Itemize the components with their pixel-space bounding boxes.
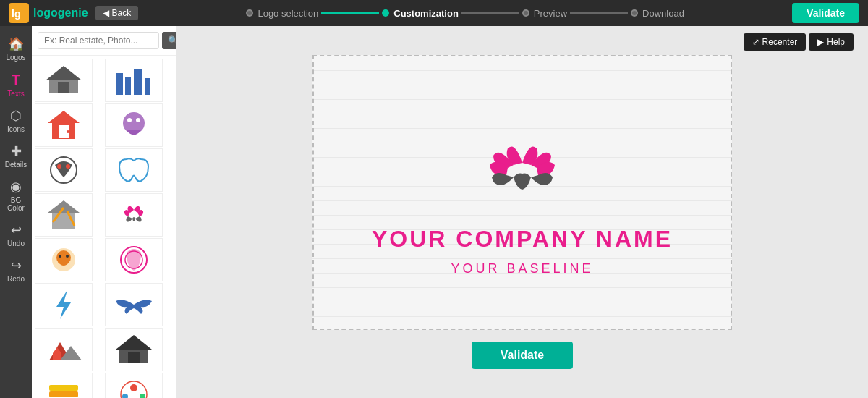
sidebar-item-texts[interactable]: T Texts bbox=[0, 67, 32, 102]
validate-button-top[interactable]: Validate bbox=[792, 3, 859, 23]
logo-thumb-lightning[interactable] bbox=[35, 283, 93, 326]
step-dot bbox=[631, 9, 638, 17]
brand-logo: lg logogenie bbox=[9, 3, 88, 23]
logo-thumb-tooth[interactable] bbox=[105, 148, 163, 192]
step-line-1 bbox=[321, 12, 379, 14]
logo-thumb-circle-design[interactable] bbox=[105, 238, 163, 281]
svg-point-43 bbox=[140, 394, 145, 398]
svg-point-42 bbox=[122, 394, 128, 398]
logo-thumb-purple-face[interactable] bbox=[105, 103, 163, 147]
canvas-content: YOUR COMPANY NAME YOUR BASELINE bbox=[372, 109, 673, 276]
logo-thumb-dragon[interactable] bbox=[35, 148, 93, 192]
svg-rect-4 bbox=[58, 82, 69, 93]
canvas-toolbar: ⤢ Recenter ▶ Help bbox=[744, 33, 854, 51]
recenter-button[interactable]: ⤢ Recenter bbox=[744, 33, 807, 51]
step-customization: Customization bbox=[382, 8, 459, 19]
undo-icon: ↩ bbox=[11, 222, 22, 238]
svg-marker-9 bbox=[48, 111, 80, 123]
svg-point-25 bbox=[59, 255, 61, 258]
logo-thumb-people-circle[interactable] bbox=[105, 373, 163, 398]
svg-marker-2 bbox=[46, 66, 82, 80]
step-download: Download bbox=[631, 8, 684, 19]
svg-point-26 bbox=[66, 255, 69, 258]
svg-marker-34 bbox=[116, 335, 152, 350]
step-preview: Preview bbox=[522, 8, 567, 19]
topbar: lg logogenie ◀ Back Logo selection Custo… bbox=[0, 0, 868, 26]
step-line-2 bbox=[461, 12, 519, 14]
recenter-icon: ⤢ bbox=[752, 37, 760, 47]
svg-rect-38 bbox=[49, 391, 78, 397]
step-line-3 bbox=[570, 12, 628, 14]
logo-thumb-lion[interactable] bbox=[35, 238, 93, 281]
search-bar: 🔍 bbox=[32, 26, 176, 56]
svg-rect-8 bbox=[145, 78, 150, 95]
baseline-text[interactable]: YOUR BASELINE bbox=[451, 261, 593, 276]
svg-rect-39 bbox=[49, 385, 78, 391]
help-button[interactable]: ▶ Help bbox=[809, 33, 854, 51]
svg-rect-6 bbox=[125, 77, 131, 95]
logo-thumb-dark-roof[interactable] bbox=[105, 328, 163, 371]
logo-thumb-tools-house[interactable] bbox=[35, 193, 93, 237]
sidebar-item-redo[interactable]: ↪ Redo bbox=[0, 253, 32, 287]
svg-rect-5 bbox=[116, 73, 123, 95]
logo-thumb-house-roof[interactable] bbox=[35, 59, 93, 102]
svg-marker-19 bbox=[48, 200, 80, 213]
canvas-workspace[interactable]: YOUR COMPANY NAME YOUR BASELINE bbox=[312, 55, 732, 330]
brand-icon: lg bbox=[9, 3, 29, 23]
step-logo-selection: Logo selection bbox=[246, 8, 318, 19]
svg-rect-36 bbox=[128, 352, 140, 363]
logo-thumb-red-house[interactable] bbox=[35, 103, 93, 147]
validate-button-bottom[interactable]: Validate bbox=[472, 342, 573, 369]
logo-grid bbox=[32, 56, 176, 398]
logo-thumb-lotus-hands-small[interactable] bbox=[105, 193, 163, 237]
logo-thumb-mountains-house[interactable] bbox=[35, 328, 93, 371]
svg-point-18 bbox=[66, 164, 70, 169]
step-dot bbox=[246, 9, 253, 17]
logo-thumb-city-buildings[interactable] bbox=[105, 59, 163, 102]
svg-marker-29 bbox=[56, 290, 71, 319]
back-arrow-icon: ◀ bbox=[103, 8, 109, 18]
sidebar-item-undo[interactable]: ↩ Undo bbox=[0, 218, 32, 252]
svg-point-41 bbox=[130, 384, 137, 391]
step-dot bbox=[382, 9, 389, 17]
main-layout: 🏠 Logos T Texts ⬡ Icons ✚ Details ◉ BG C… bbox=[0, 26, 868, 398]
logo-thumb-wings[interactable] bbox=[105, 283, 163, 326]
logo-list-panel: 🔍 bbox=[32, 26, 176, 398]
brand-name: logogenie bbox=[33, 7, 88, 20]
sidebar-icons: 🏠 Logos T Texts ⬡ Icons ✚ Details ◉ BG C… bbox=[0, 26, 32, 398]
logos-icon: 🏠 bbox=[8, 36, 24, 52]
svg-point-14 bbox=[127, 118, 132, 122]
svg-rect-7 bbox=[134, 69, 142, 95]
redo-icon: ↪ bbox=[11, 258, 22, 274]
sidebar-item-logos[interactable]: 🏠 Logos bbox=[0, 32, 32, 66]
sidebar-item-icons[interactable]: ⬡ Icons bbox=[0, 103, 32, 137]
svg-point-15 bbox=[136, 118, 140, 122]
svg-point-12 bbox=[67, 130, 69, 133]
texts-icon: T bbox=[12, 72, 20, 88]
logo-svg bbox=[457, 109, 587, 217]
search-input[interactable] bbox=[38, 32, 159, 49]
canvas-area: ⤢ Recenter ▶ Help bbox=[176, 26, 868, 398]
logo-thumb-layers[interactable] bbox=[35, 373, 93, 398]
back-button[interactable]: ◀ Back bbox=[95, 6, 139, 20]
help-icon: ▶ bbox=[817, 37, 824, 47]
svg-rect-32 bbox=[53, 353, 61, 360]
svg-point-17 bbox=[57, 164, 61, 169]
steps-nav: Logo selection Customization Preview Dow… bbox=[138, 8, 792, 19]
svg-text:lg: lg bbox=[12, 8, 20, 20]
details-icon: ✚ bbox=[11, 143, 22, 159]
sidebar-item-bg-color[interactable]: ◉ BG Color bbox=[0, 174, 32, 216]
icons-icon: ⬡ bbox=[10, 108, 22, 124]
step-dot bbox=[522, 9, 529, 17]
sidebar-item-details[interactable]: ✚ Details bbox=[0, 139, 32, 173]
company-name[interactable]: YOUR COMPANY NAME bbox=[372, 226, 673, 253]
bg-color-icon: ◉ bbox=[10, 179, 22, 195]
